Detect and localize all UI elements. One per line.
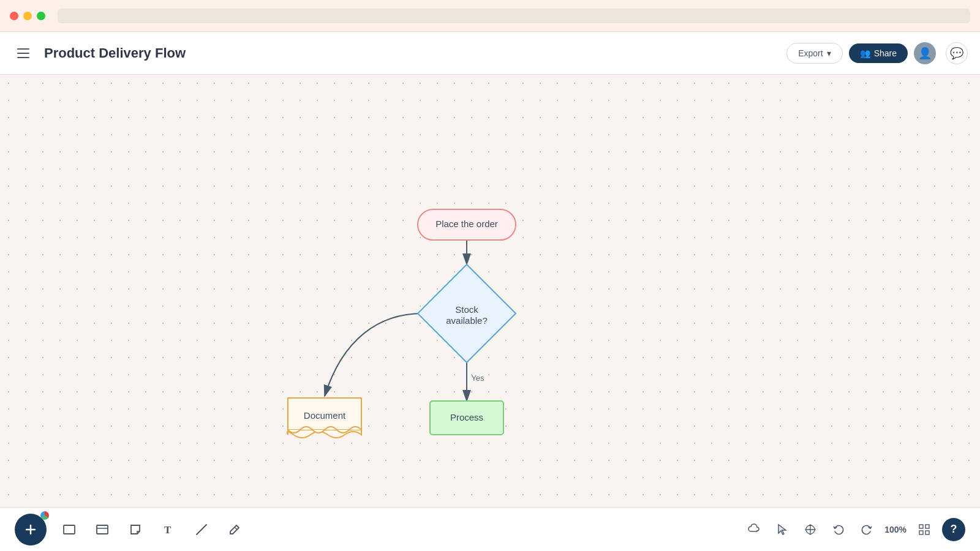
os-dot-green[interactable] <box>37 12 45 20</box>
pen-tool[interactable] <box>224 519 245 540</box>
node-place-order-label: Place the order <box>435 219 498 229</box>
bottom-toolbar: T <box>0 507 980 551</box>
chevron-down-icon: ▾ <box>827 48 831 58</box>
grid-icon <box>918 523 930 536</box>
redo-icon <box>861 523 873 536</box>
container-icon <box>96 523 109 536</box>
share-button[interactable]: 👥 Share <box>849 43 908 63</box>
plus-icon <box>23 522 38 537</box>
user-avatar[interactable]: 👤 <box>914 42 936 64</box>
svg-rect-12 <box>925 531 929 534</box>
line-icon <box>195 523 208 536</box>
os-dot-red[interactable] <box>10 12 18 20</box>
toolbar: Product Delivery Flow Export ▾ 👥 Share 👤… <box>0 32 980 75</box>
note-icon <box>129 523 142 536</box>
yes-label: Yes <box>471 373 484 383</box>
cursor-icon <box>776 523 788 536</box>
node-stock-label-2: available? <box>446 315 488 326</box>
rectangle-icon <box>62 523 76 536</box>
line-tool[interactable] <box>191 519 212 540</box>
svg-rect-4 <box>97 525 108 534</box>
export-label: Export <box>798 48 823 58</box>
add-button[interactable] <box>15 514 47 545</box>
toolbar-right: 💬 <box>946 42 968 64</box>
diagram-title: Product Delivery Flow <box>44 45 777 61</box>
os-bar <box>0 0 980 32</box>
undo-icon <box>832 523 845 536</box>
svg-line-8 <box>235 527 237 530</box>
pen-icon <box>228 523 241 536</box>
share-label: Share <box>874 48 897 58</box>
help-button[interactable]: ? <box>942 518 965 541</box>
bottom-right-controls: 100% ? <box>744 518 965 541</box>
flowchart: Yes Place the order Stock available? Pro… <box>0 75 980 507</box>
help-icon: ? <box>951 523 957 536</box>
os-address-bar <box>58 9 970 23</box>
toolbar-actions: Export ▾ 👥 Share 👤 <box>786 42 936 64</box>
grid-button[interactable] <box>914 519 935 540</box>
zoom-level: 100% <box>884 525 907 534</box>
undo-button[interactable] <box>828 519 849 540</box>
text-tool[interactable]: T <box>158 519 179 540</box>
container-tool[interactable] <box>92 519 113 540</box>
svg-text:T: T <box>164 524 172 536</box>
select-tool[interactable] <box>772 519 793 540</box>
cloud-icon <box>748 523 760 536</box>
svg-rect-11 <box>919 531 923 534</box>
pan-tool[interactable] <box>800 519 821 540</box>
node-document-label: Document <box>304 410 346 421</box>
rectangle-tool[interactable] <box>59 519 80 540</box>
node-process-label: Process <box>450 412 483 422</box>
svg-line-7 <box>197 525 206 534</box>
node-stock-label-1: Stock <box>455 304 478 315</box>
chat-icon: 💬 <box>950 47 963 60</box>
cloud-button[interactable] <box>744 519 764 540</box>
os-dot-yellow[interactable] <box>23 12 32 20</box>
note-tool[interactable] <box>125 519 146 540</box>
arrow-diamond-to-document <box>325 313 423 396</box>
app-container: Product Delivery Flow Export ▾ 👥 Share 👤… <box>0 32 980 551</box>
text-icon: T <box>162 523 175 536</box>
svg-rect-3 <box>64 525 75 534</box>
chat-button[interactable]: 💬 <box>946 42 968 64</box>
move-icon <box>804 523 816 536</box>
svg-rect-10 <box>925 525 929 528</box>
export-button[interactable]: Export ▾ <box>786 43 842 64</box>
diagram-canvas[interactable]: Yes Place the order Stock available? Pro… <box>0 75 980 507</box>
svg-rect-9 <box>919 525 923 528</box>
share-icon: 👥 <box>860 48 870 58</box>
redo-button[interactable] <box>856 519 877 540</box>
flowchart-svg: Yes Place the order Stock available? Pro… <box>0 75 980 507</box>
menu-button[interactable] <box>12 42 34 64</box>
